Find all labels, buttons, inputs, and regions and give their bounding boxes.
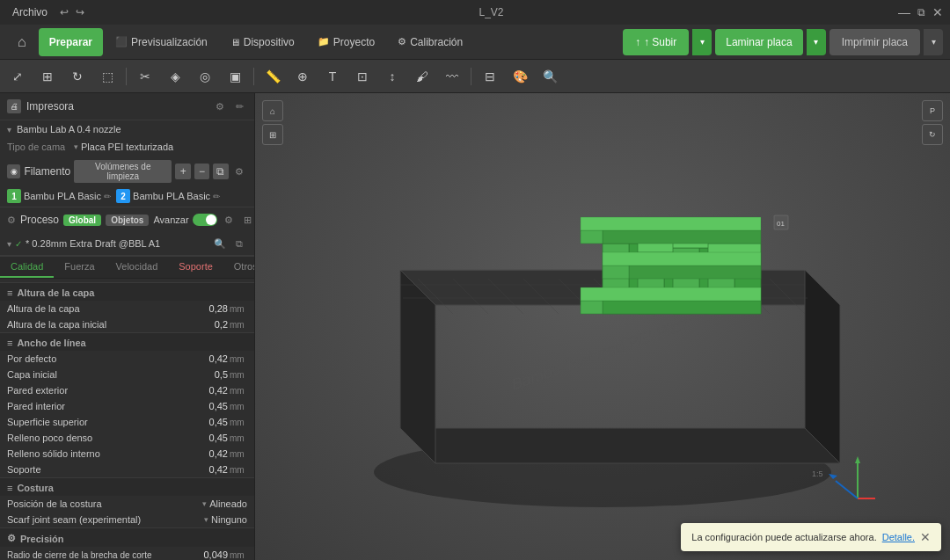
profile-copy-icon[interactable]: ⧉ bbox=[231, 236, 247, 251]
tool-slice[interactable]: ✂ bbox=[131, 64, 159, 89]
process-settings-icon[interactable]: ⚙ bbox=[221, 212, 237, 228]
viewport-left-controls: ⌂ ⊞ bbox=[262, 100, 283, 145]
group-label-costura: Costura bbox=[17, 483, 54, 493]
avanzar-label: Avanzar bbox=[153, 215, 188, 225]
tag-global[interactable]: Global bbox=[63, 215, 101, 226]
value-posicion-costura[interactable]: ▾ Alineado bbox=[202, 498, 247, 509]
filament-edit-2[interactable]: ✏ bbox=[213, 192, 220, 201]
laminar-button[interactable]: Laminar placa bbox=[715, 29, 802, 55]
filament-section: ◉ Filamento Volúmenes de limpieza + − ⧉ … bbox=[0, 156, 254, 207]
value-radio-brecha[interactable]: 0,049 bbox=[190, 549, 230, 560]
viewport-btn-top[interactable]: ⊞ bbox=[262, 124, 283, 145]
label-superficie-superior: Superficie superior bbox=[7, 417, 190, 427]
clean-volumes-button[interactable]: Volúmenes de limpieza bbox=[74, 160, 172, 183]
filament-edit-1[interactable]: ✏ bbox=[104, 192, 111, 201]
unit-soporte: mm bbox=[230, 465, 247, 475]
laminar-dropdown-button[interactable]: ▾ bbox=[807, 29, 826, 55]
upload-button[interactable]: ↑ ↑ Subir bbox=[623, 29, 689, 55]
value-soporte[interactable]: 0,42 bbox=[190, 464, 230, 475]
tool-boolean[interactable]: ⊕ bbox=[289, 64, 317, 89]
home-button[interactable]: ⌂ bbox=[7, 28, 37, 56]
tab-otros[interactable]: Otros bbox=[223, 257, 255, 278]
calibrate-button[interactable]: ⚙ Calibración bbox=[387, 28, 473, 56]
profile-search-icon[interactable]: 🔍 bbox=[212, 236, 228, 251]
svg-marker-38 bbox=[603, 230, 761, 244]
value-altura-capa[interactable]: 0,28 bbox=[190, 303, 230, 314]
tool-support[interactable]: ◈ bbox=[161, 64, 189, 89]
viewport-btn-perspective[interactable]: P bbox=[922, 100, 943, 121]
title-undo[interactable]: ↩ bbox=[60, 6, 69, 18]
add-filament-button[interactable]: + bbox=[175, 164, 190, 179]
tool-seam[interactable]: ◎ bbox=[191, 64, 219, 89]
settings-panel: ≡ Altura de la capa Altura de la capa 0,… bbox=[0, 279, 254, 560]
viewport-btn-rotate[interactable]: ↻ bbox=[922, 124, 943, 145]
value-pared-exterior[interactable]: 0,42 bbox=[190, 385, 230, 396]
tool-select[interactable]: ⊡ bbox=[348, 64, 376, 89]
value-capa-inicial[interactable]: 0,5 bbox=[190, 369, 230, 380]
upload-dropdown-button[interactable]: ▾ bbox=[692, 29, 712, 55]
value-altura-inicial[interactable]: 0,2 bbox=[190, 319, 230, 330]
device-button[interactable]: 🖥 Dispositivo bbox=[220, 28, 305, 56]
tool-fuzzy[interactable]: 〰 bbox=[438, 64, 466, 89]
imprimir-dropdown-button[interactable]: ▾ bbox=[924, 29, 943, 55]
notification-link[interactable]: Detalle. bbox=[882, 532, 915, 542]
value-scarf-seam[interactable]: ▾ Ninguno bbox=[204, 514, 247, 525]
tab-velocidad[interactable]: Velocidad bbox=[106, 257, 169, 278]
tool-text[interactable]: T bbox=[318, 64, 347, 89]
toolbar-right: ↑ ↑ Subir ▾ Laminar placa ▾ Imprimir pla… bbox=[623, 29, 943, 55]
tool-scene[interactable]: 🔍 bbox=[536, 64, 564, 89]
tool-scale[interactable]: ⬚ bbox=[93, 64, 121, 89]
tab-fuerza[interactable]: Fuerza bbox=[54, 257, 105, 278]
bed-value[interactable]: ▾ Placa PEI texturizada bbox=[74, 142, 173, 152]
label-radio-brecha: Radio de cierre de la brecha de corte bbox=[7, 550, 190, 560]
tool-multicolor[interactable]: 🎨 bbox=[506, 64, 534, 89]
minimize-button[interactable]: — bbox=[898, 5, 910, 19]
tool-grid[interactable]: ⊞ bbox=[33, 64, 62, 89]
value-pared-interior[interactable]: 0,45 bbox=[190, 401, 230, 411]
tag-objects[interactable]: Objetos bbox=[106, 215, 149, 226]
printer-edit-icon[interactable]: ✏ bbox=[231, 98, 247, 114]
title-menu-archivo[interactable]: Archivo bbox=[7, 4, 53, 20]
tool-paint[interactable]: 🖌 bbox=[408, 64, 436, 89]
tool-measure[interactable]: 📏 bbox=[259, 64, 287, 89]
scarf-text: Ninguno bbox=[211, 514, 247, 525]
close-button[interactable]: ✕ bbox=[932, 5, 943, 19]
unit-por-defecto: mm bbox=[230, 354, 247, 364]
svg-marker-44 bbox=[855, 456, 860, 463]
unit-superficie-superior: mm bbox=[230, 418, 247, 427]
tool-height[interactable]: ↕ bbox=[378, 64, 406, 89]
value-por-defecto[interactable]: 0,42 bbox=[190, 353, 230, 364]
tool-rotate[interactable]: ↻ bbox=[63, 64, 91, 89]
title-redo[interactable]: ↪ bbox=[76, 6, 84, 18]
preview-button[interactable]: ⬛ Previsualización bbox=[105, 28, 218, 56]
copy-filament-button[interactable]: ⧉ bbox=[213, 164, 228, 179]
viewport[interactable]: Bambu Textured PEI Plate bbox=[255, 93, 950, 560]
tab-soporte[interactable]: Soporte bbox=[168, 257, 223, 278]
filament-settings-icon[interactable]: ⚙ bbox=[232, 164, 247, 179]
filament-num-1: 1 bbox=[7, 189, 21, 203]
filament-name-2: Bambu PLA Basic bbox=[133, 191, 210, 201]
prepare-button[interactable]: Preparar bbox=[39, 28, 103, 56]
value-relleno-solido[interactable]: 0,42 bbox=[190, 448, 230, 459]
viewport-btn-home[interactable]: ⌂ bbox=[262, 100, 283, 121]
project-button[interactable]: 📁 Proyecto bbox=[307, 28, 385, 56]
tool-arrange[interactable]: ⊟ bbox=[476, 64, 504, 89]
printer-settings-icon[interactable]: ⚙ bbox=[212, 98, 228, 114]
maximize-button[interactable]: ⧉ bbox=[917, 6, 925, 18]
tool-infill[interactable]: ▣ bbox=[221, 64, 249, 89]
process-extra-icon[interactable]: ⊞ bbox=[240, 212, 255, 228]
value-relleno-poco[interactable]: 0,45 bbox=[190, 433, 230, 443]
imprimir-button[interactable]: Imprimir placa bbox=[829, 29, 920, 55]
svg-marker-33 bbox=[603, 265, 629, 279]
tool-move[interactable]: ⤢ bbox=[4, 64, 32, 89]
bed-value-text: Placa PEI texturizada bbox=[81, 142, 173, 152]
avanzar-toggle[interactable] bbox=[193, 214, 217, 226]
group-altura-capa: ≡ Altura de la capa bbox=[0, 282, 254, 301]
remove-filament-button[interactable]: − bbox=[194, 164, 209, 179]
tab-calidad[interactable]: Calidad bbox=[0, 257, 54, 278]
process-header: ⚙ Proceso Global Objetos Avanzar ⚙ ⊞ bbox=[0, 207, 254, 232]
collapse-arrow[interactable]: ▾ bbox=[7, 125, 11, 135]
row-capa-inicial: Capa inicial 0,5 mm bbox=[0, 367, 254, 382]
value-superficie-superior[interactable]: 0,45 bbox=[190, 417, 230, 427]
notification-close-button[interactable]: ✕ bbox=[920, 530, 931, 544]
